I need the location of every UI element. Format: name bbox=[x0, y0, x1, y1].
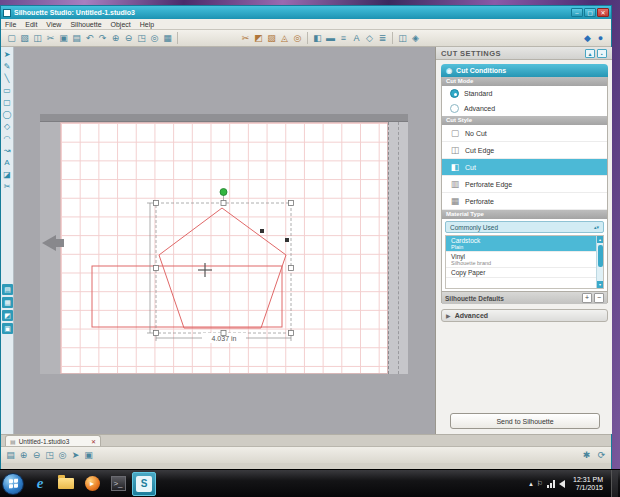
pan-icon[interactable]: ◎ bbox=[56, 449, 69, 462]
rectangle-tool[interactable]: ▭ bbox=[2, 85, 13, 97]
drag-zoom-icon[interactable]: ◳ bbox=[43, 449, 56, 462]
zoom-out-icon[interactable]: ⊖ bbox=[30, 449, 43, 462]
rectangle-shape[interactable] bbox=[92, 266, 282, 327]
cut-icon[interactable]: ✂ bbox=[44, 32, 57, 45]
pan-icon[interactable]: ◎ bbox=[148, 32, 161, 45]
fit-to-window-icon[interactable]: ▣ bbox=[82, 449, 95, 462]
store-icon[interactable]: ● bbox=[594, 32, 607, 45]
freehand-tool[interactable]: ↝ bbox=[2, 145, 13, 157]
rotate-handle[interactable] bbox=[220, 189, 227, 196]
minimize-button[interactable]: – bbox=[571, 8, 583, 17]
modify-icon[interactable]: ◈ bbox=[409, 32, 422, 45]
taskbar-console-app[interactable]: >_ bbox=[106, 472, 130, 496]
selection-box[interactable] bbox=[156, 203, 291, 333]
taskbar-internet-explorer[interactable]: e bbox=[28, 472, 52, 496]
point-handle[interactable] bbox=[260, 229, 264, 233]
text-tool[interactable]: A bbox=[2, 157, 13, 169]
panel-collapse-icon[interactable]: ▲ bbox=[585, 49, 595, 58]
rounded-rectangle-tool[interactable]: ▢ bbox=[2, 97, 13, 109]
save-icon[interactable]: ◫ bbox=[31, 32, 44, 45]
text-style-icon[interactable]: A bbox=[350, 32, 363, 45]
edit-points-tool[interactable]: ✎ bbox=[2, 61, 13, 73]
select-tool[interactable]: ➤ bbox=[2, 49, 13, 61]
registration-marks-tool[interactable]: ◩ bbox=[2, 310, 13, 321]
drag-zoom-icon[interactable]: ◳ bbox=[135, 32, 148, 45]
grid-settings-tool[interactable]: ▦ bbox=[2, 297, 13, 308]
taskbar-clock[interactable]: 12:31 PM 7/1/2015 bbox=[569, 476, 607, 492]
close-button[interactable]: ✕ bbox=[597, 8, 609, 17]
zoom-in-icon[interactable]: ⊕ bbox=[109, 32, 122, 45]
taskbar-file-explorer[interactable] bbox=[54, 472, 78, 496]
copy-icon[interactable]: ▣ bbox=[57, 32, 70, 45]
material-scrollbar[interactable]: ▴ ▾ bbox=[596, 236, 603, 288]
registration-marks-icon[interactable]: ◩ bbox=[252, 32, 265, 45]
taskbar-silhouette-studio[interactable]: S bbox=[132, 472, 156, 496]
selection-handles[interactable] bbox=[154, 201, 294, 336]
material-filter-dropdown[interactable]: Commonly Used ▴▾ bbox=[445, 221, 604, 233]
network-icon[interactable] bbox=[547, 480, 555, 488]
select-view-icon[interactable]: ➤ bbox=[69, 449, 82, 462]
menu-silhouette[interactable]: Silhouette bbox=[70, 21, 101, 28]
curve-tool[interactable]: ◠ bbox=[2, 133, 13, 145]
point-handle[interactable] bbox=[285, 238, 289, 242]
cut-conditions-header[interactable]: ◉ Cut Conditions bbox=[441, 64, 608, 77]
radio-standard[interactable]: Standard bbox=[442, 86, 607, 101]
offset-icon[interactable]: ◎ bbox=[291, 32, 304, 45]
cut-style-cut[interactable]: ◧ Cut bbox=[442, 159, 607, 176]
feed-arrow-icon[interactable] bbox=[42, 235, 64, 251]
pixscan-icon[interactable]: ▨ bbox=[265, 32, 278, 45]
menu-help[interactable]: Help bbox=[140, 21, 154, 28]
panel-pin-icon[interactable]: ▪ bbox=[597, 49, 607, 58]
show-desktop-button[interactable] bbox=[611, 470, 618, 497]
settings-gear-icon[interactable]: ✱ bbox=[580, 449, 593, 462]
cut-style-perforate-edge[interactable]: ▥ Perforate Edge bbox=[442, 176, 607, 193]
refresh-icon[interactable]: ⟳ bbox=[595, 449, 608, 462]
undo-icon[interactable]: ↶ bbox=[83, 32, 96, 45]
line-color-icon[interactable]: ▬ bbox=[324, 32, 337, 45]
move-handle[interactable] bbox=[198, 263, 212, 277]
cut-style-cut-edge[interactable]: ◫ Cut Edge bbox=[442, 142, 607, 159]
maximize-button[interactable]: ▢ bbox=[584, 8, 596, 17]
ellipse-tool[interactable]: ◯ bbox=[2, 109, 13, 121]
zoom-in-icon[interactable]: ⊕ bbox=[17, 449, 30, 462]
menu-file[interactable]: File bbox=[5, 21, 16, 28]
trace-icon[interactable]: ◬ bbox=[278, 32, 291, 45]
advanced-section[interactable]: ▶ Advanced bbox=[441, 309, 608, 322]
scroll-down-icon[interactable]: ▾ bbox=[597, 281, 603, 288]
knife-tool[interactable]: ✂ bbox=[2, 181, 13, 193]
fill-color-icon[interactable]: ◧ bbox=[311, 32, 324, 45]
send-to-silhouette-icon[interactable]: ✂ bbox=[239, 32, 252, 45]
add-material-button[interactable]: + bbox=[582, 293, 592, 303]
send-to-silhouette-button[interactable]: Send to Silhouette bbox=[450, 413, 600, 429]
transform-icon[interactable]: ◇ bbox=[363, 32, 376, 45]
new-document-icon[interactable]: ▢ bbox=[5, 32, 18, 45]
library-icon[interactable]: ◆ bbox=[581, 32, 594, 45]
radio-advanced[interactable]: Advanced bbox=[442, 101, 607, 116]
replicate-icon[interactable]: ◫ bbox=[396, 32, 409, 45]
menu-edit[interactable]: Edit bbox=[25, 21, 37, 28]
cut-style-no-cut[interactable]: ▢ No Cut bbox=[442, 125, 607, 142]
fit-page-icon[interactable]: ▦ bbox=[161, 32, 174, 45]
volume-icon[interactable] bbox=[559, 480, 565, 488]
menu-object[interactable]: Object bbox=[111, 21, 131, 28]
library-tool[interactable]: ▣ bbox=[2, 323, 13, 334]
eraser-tool[interactable]: ◪ bbox=[2, 169, 13, 181]
design-canvas[interactable]: 4.037 in bbox=[14, 47, 435, 434]
material-vinyl[interactable]: Vinyl Silhouette brand bbox=[446, 252, 596, 268]
scroll-up-icon[interactable]: ▴ bbox=[597, 236, 603, 243]
pentagon-shape[interactable] bbox=[159, 208, 286, 328]
start-button[interactable] bbox=[2, 473, 24, 495]
material-copy-paper[interactable]: Copy Paper bbox=[446, 268, 596, 278]
page-settings-tool[interactable]: ▤ bbox=[2, 284, 13, 295]
redo-icon[interactable]: ↷ bbox=[96, 32, 109, 45]
taskbar-media-player[interactable]: ▸ bbox=[80, 472, 104, 496]
tab-close-icon[interactable]: ✕ bbox=[91, 438, 96, 445]
cut-style-perforate[interactable]: ▦ Perforate bbox=[442, 193, 607, 210]
title-bar[interactable]: Silhouette Studio: Untitled-1.studio3 – … bbox=[1, 6, 611, 19]
line-tool[interactable]: ╲ bbox=[2, 73, 13, 85]
page-view-icon[interactable]: ▤ bbox=[4, 449, 17, 462]
paste-icon[interactable]: ▤ bbox=[70, 32, 83, 45]
polygon-tool[interactable]: ◇ bbox=[2, 121, 13, 133]
action-center-flag-icon[interactable]: ⚐ bbox=[537, 480, 543, 488]
remove-material-button[interactable]: − bbox=[594, 293, 604, 303]
